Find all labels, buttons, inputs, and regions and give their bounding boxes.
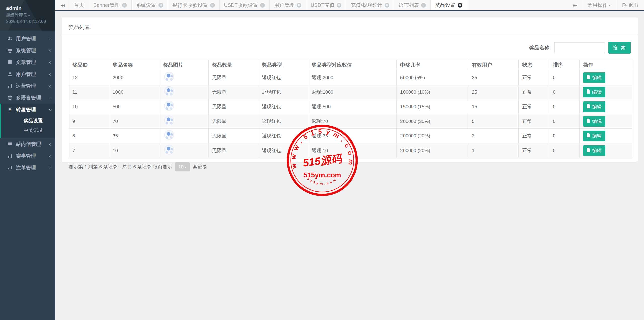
- search-button[interactable]: 搜 索: [608, 42, 631, 54]
- table-cell: 35: [468, 70, 519, 85]
- prize-name-input[interactable]: [554, 42, 605, 53]
- table-cell: 7: [69, 143, 109, 158]
- sidebar-item-message-management[interactable]: 站内信管理‹: [0, 138, 55, 150]
- table-cell: 35: [109, 129, 159, 143]
- tab-usdt-recharge[interactable]: USDT充值✕: [306, 0, 346, 10]
- sidebar-item-article-management[interactable]: 文章管理‹: [0, 56, 55, 68]
- table-cell: 0: [549, 70, 580, 85]
- table-cell: 0: [549, 143, 580, 158]
- table-cell: 3: [468, 129, 519, 143]
- sidebar-item-member-management[interactable]: 用户管理‹: [0, 68, 55, 80]
- tabs-scroll-left-button[interactable]: ◀◀: [55, 0, 69, 10]
- prize-image: [163, 143, 205, 158]
- sidebar-item-match-management[interactable]: 赛事管理‹: [0, 150, 55, 162]
- table-cell: 无限量: [209, 114, 258, 129]
- tab-home[interactable]: 首页: [69, 0, 89, 10]
- edit-button[interactable]: 编辑: [583, 72, 605, 83]
- prize-image-cell: [159, 143, 209, 158]
- logout-button[interactable]: 退出: [616, 0, 644, 10]
- table-cell: 70: [109, 114, 159, 129]
- tab-close-icon[interactable]: ✕: [122, 3, 127, 8]
- action-cell: 编辑: [580, 114, 632, 129]
- sidebar-section-language-management: 多语言管理‹: [0, 92, 55, 104]
- table-row: 970无限量返现红包返现:70300000 (30%)5正常0编辑: [69, 114, 632, 129]
- tab-close-icon[interactable]: ✕: [458, 3, 462, 8]
- table-cell: 25: [468, 85, 519, 99]
- column-header: 奖品类型: [258, 60, 308, 70]
- tab-banner-management[interactable]: Banner管理✕: [89, 0, 132, 10]
- sidebar-subitem-prize-settings[interactable]: 奖品设置: [1, 116, 55, 126]
- table-cell: 返现:70: [308, 114, 397, 129]
- tab-close-icon[interactable]: ✕: [421, 3, 426, 8]
- tab-close-icon[interactable]: ✕: [297, 3, 301, 8]
- table-row: 835无限量返现红包返现:35200000 (20%)3正常0编辑: [69, 129, 632, 143]
- sidebar-section-operations-management: 运营管理‹: [0, 80, 55, 92]
- tab-system-settings[interactable]: 系统设置✕: [132, 0, 168, 10]
- column-header: 状态: [519, 60, 549, 70]
- sidebar-item-system-management[interactable]: 系统管理‹: [0, 45, 55, 56]
- edit-button[interactable]: 编辑: [583, 101, 605, 112]
- column-header: 奖品名称: [109, 60, 159, 70]
- table-cell: 正常: [519, 114, 549, 129]
- sidebar-item-bet-management[interactable]: 注单管理‹: [0, 162, 55, 174]
- page-size-dropdown[interactable]: 10▴: [175, 162, 190, 171]
- edit-button[interactable]: 编辑: [583, 131, 605, 141]
- main-content: 奖品列表 奖品名称: 搜 索 奖品ID奖品名称奖品图片奖品数量奖品类型奖品类型对…: [55, 11, 644, 320]
- edit-button[interactable]: 编辑: [583, 116, 605, 127]
- tabs-scroll-right-button[interactable]: ▶▶: [568, 0, 582, 10]
- tab-close-icon[interactable]: ✕: [337, 3, 341, 8]
- sidebar-section-member-management: 用户管理‹: [0, 68, 55, 80]
- table-row: 111000无限量返现红包返现:1000100000 (10%)25正常0编辑: [69, 85, 632, 99]
- table-body: 122000无限量返现红包返现:200050000 (5%)35正常0编辑111…: [69, 70, 632, 158]
- sidebar-item-language-management[interactable]: 多语言管理‹: [0, 92, 55, 104]
- chart-icon: [7, 165, 13, 170]
- table-cell: 返现红包: [258, 129, 308, 143]
- tab-close-icon[interactable]: ✕: [210, 3, 215, 8]
- action-cell: 编辑: [580, 143, 632, 158]
- sidebar-item-operations-management[interactable]: 运营管理‹: [0, 80, 55, 92]
- pagination: 显示第 1 到第 6 条记录，总共 6 条记录 每页显示 10▴ 条记录: [69, 162, 631, 171]
- sidebar-item-user-management[interactable]: 用户管理‹: [0, 33, 55, 45]
- profile-role-dropdown[interactable]: 超级管理员▾: [6, 12, 50, 18]
- svg-text:¥: ¥: [9, 108, 11, 112]
- sidebar-section-message-management: 站内信管理‹: [0, 138, 55, 150]
- tab-usdt-collect-settings[interactable]: USDT收款设置✕: [220, 0, 270, 10]
- table-cell: 0: [549, 129, 580, 143]
- edit-button[interactable]: 编辑: [583, 145, 605, 156]
- sidebar-section-user-management: 用户管理‹: [0, 33, 55, 45]
- chevron-left-icon: ‹: [49, 95, 51, 101]
- chevron-left-icon: ‹: [49, 165, 51, 171]
- prize-image-cell: [159, 129, 209, 143]
- table-cell: 无限量: [209, 70, 258, 85]
- prize-image-cell: [159, 114, 209, 129]
- tab-bar: ◀◀ 首页Banner管理✕系统设置✕银行卡收款设置✕USDT收款设置✕用户管理…: [55, 0, 644, 11]
- table-cell: 返现红包: [258, 143, 308, 158]
- column-header: 有效用户: [468, 60, 519, 70]
- quick-actions-dropdown[interactable]: 常用操作▾: [582, 0, 616, 10]
- chart-icon: [7, 154, 13, 158]
- search-label: 奖品名称:: [529, 44, 551, 51]
- sidebar-subitem-winning-records[interactable]: 中奖记录: [1, 126, 55, 135]
- prize-image: [163, 85, 205, 99]
- table-cell: 150000 (15%): [397, 99, 468, 114]
- profile-login-time: 2025-08-14 02:12:09: [6, 19, 50, 24]
- sidebar-item-wheel-management[interactable]: ¥转盘管理‹: [1, 104, 55, 116]
- open-tabs: 首页Banner管理✕系统设置✕银行卡收款设置✕USDT收款设置✕用户管理✕US…: [69, 0, 568, 10]
- table-cell: 15: [468, 99, 519, 114]
- sidebar-section-article-management: 文章管理‹: [0, 56, 55, 68]
- table-cell: 返现:1000: [308, 85, 397, 99]
- tab-user-management[interactable]: 用户管理✕: [270, 0, 306, 10]
- tab-close-icon[interactable]: ✕: [385, 3, 389, 8]
- table-cell: 返现:35: [308, 129, 397, 143]
- prize-image: [163, 129, 205, 143]
- table-cell: 300000 (30%): [397, 114, 468, 129]
- tab-recharge-withdraw-stats[interactable]: 充值/提现统计✕: [346, 0, 394, 10]
- sidebar-section-system-management: 系统管理‹: [0, 45, 55, 56]
- tab-bank-card-settings[interactable]: 银行卡收款设置✕: [168, 0, 220, 10]
- tab-prize-settings[interactable]: 奖品设置✕: [431, 0, 467, 10]
- tab-close-icon[interactable]: ✕: [158, 3, 163, 8]
- edit-button[interactable]: 编辑: [583, 87, 605, 97]
- tab-close-icon[interactable]: ✕: [260, 3, 265, 8]
- prize-image: [163, 114, 205, 128]
- tab-language-list[interactable]: 语言列表✕: [394, 0, 431, 10]
